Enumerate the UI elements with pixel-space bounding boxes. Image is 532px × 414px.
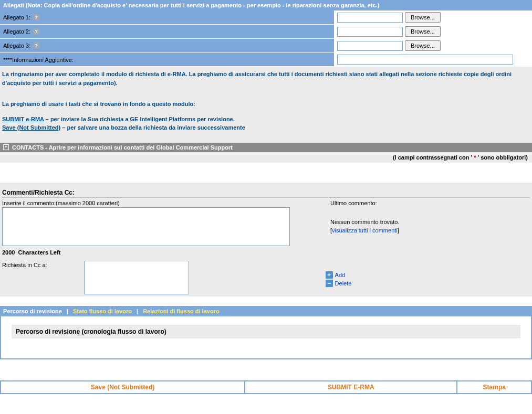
attachment-input-cell-3: Browse... — [334, 39, 532, 52]
label-text: Allegato 1: — [3, 14, 30, 20]
browse-button-2[interactable]: Browse... — [405, 26, 441, 37]
cc-listbox[interactable] — [84, 261, 189, 294]
review-panel-title: Percorso di revisione (cronologia flusso… — [12, 325, 520, 338]
minus-icon[interactable]: − — [326, 280, 333, 287]
browse-button-1[interactable]: Browse... — [405, 12, 441, 23]
attachment-label-1: Allegato 1: ? — [0, 10, 334, 24]
delete-cc-link[interactable]: Delete — [335, 280, 352, 286]
delete-cc-row: −Delete — [326, 280, 352, 287]
view-all-comments-link[interactable]: visualizza tutti i commenti — [332, 227, 398, 233]
help-icon[interactable]: ? — [33, 42, 40, 49]
chars-label-text: Characters Left — [18, 249, 61, 256]
attachment-input-cell-2: Browse... — [334, 25, 532, 38]
save-desc: – per salvare una bozza della richiesta … — [60, 124, 245, 131]
req-pre: (I campi contrassegnati con ' — [393, 154, 474, 161]
additional-info-row: ****Informazioni Aggiuntive: — [0, 53, 532, 67]
comments-section: Commenti/Richiesta Cc: Inserire il comme… — [0, 183, 532, 296]
submit-erma-link[interactable]: SUBMIT e-RMA — [2, 116, 44, 122]
chars-count: 2000 — [2, 249, 15, 256]
footer-save-button[interactable]: Save (Not Submitted) — [91, 384, 154, 391]
add-cc-row: +Add — [326, 271, 352, 279]
contacts-header-bar: + CONTACTS - Aprire per informazioni sui… — [0, 143, 532, 152]
workflow-tabs: Percorso di revisione | Stato flusso di … — [0, 306, 532, 316]
tab-workflow-relations[interactable]: Relazioni di flusso di lavoro — [143, 308, 219, 314]
review-panel: Percorso di revisione (cronologia flusso… — [0, 316, 532, 359]
submit-desc: – per inviare la Sua richiesta a GE Inte… — [44, 116, 235, 122]
contacts-title: CONTACTS - Aprire per informazioni sui c… — [12, 144, 233, 151]
thankyou-text: La ringraziamo per aver completato il mo… — [2, 70, 530, 87]
cc-label: Richiesta in Cc a: — [2, 261, 47, 269]
attachment-row-2: Allegato 2: ? Browse... — [0, 25, 532, 39]
help-icon[interactable]: ? — [33, 28, 40, 35]
label-text: ****Informazioni Aggiuntive: — [3, 57, 74, 63]
no-comment-text: Nessun commento trovato. — [330, 218, 530, 226]
expand-icon[interactable]: + — [3, 144, 9, 150]
enter-comment-label: Inserire il commento:(massimo 2000 carat… — [2, 199, 309, 207]
save-instruction: Save (Not Submitted) – per salvare una b… — [2, 123, 530, 132]
browse-button-3[interactable]: Browse... — [405, 40, 441, 51]
comments-title: Commenti/Richiesta Cc: — [2, 187, 530, 198]
file-path-input-1[interactable] — [337, 13, 403, 23]
save-draft-link[interactable]: Save (Not Submitted) — [2, 124, 60, 131]
footer-actions: Save (Not Submitted) SUBMIT E-RMA Stampa — [0, 380, 532, 394]
additional-info-cell — [334, 53, 532, 66]
additional-info-input[interactable] — [337, 55, 513, 65]
comment-textarea[interactable] — [2, 207, 290, 246]
plus-icon[interactable]: + — [326, 271, 333, 279]
attachment-label-2: Allegato 2: ? — [0, 25, 334, 38]
tab-workflow-state[interactable]: Stato flusso di lavoro — [73, 308, 132, 314]
label-text: Allegato 3: — [3, 43, 30, 49]
attachment-input-cell-1: Browse... — [334, 10, 532, 24]
file-path-input-2[interactable] — [337, 27, 403, 37]
tab-review-path[interactable]: Percorso di revisione — [3, 308, 62, 314]
attachment-row-3: Allegato 3: ? Browse... — [0, 39, 532, 53]
tab-separator: | — [137, 308, 138, 314]
add-cc-link[interactable]: Add — [335, 272, 346, 278]
view-all-wrapper: [visualizza tutti i commenti] — [330, 226, 530, 235]
label-text: Allegato 2: — [3, 28, 30, 35]
use-buttons-text: La preghiamo di usare i tasti che si tro… — [2, 100, 530, 109]
submit-instruction: SUBMIT e-RMA – per inviare la Sua richie… — [2, 115, 530, 124]
req-post: ' sono obbligatori) — [476, 154, 528, 161]
file-path-input-3[interactable] — [337, 41, 403, 51]
tab-separator: | — [67, 308, 68, 314]
instructions-section: La ringraziamo per aver completato il mo… — [0, 67, 532, 143]
footer-submit-button[interactable]: SUBMIT E-RMA — [328, 384, 374, 391]
last-comment-label: Ultimo commento: — [330, 199, 530, 207]
required-fields-note: (I campi contrassegnati con ' * ' sono o… — [0, 152, 532, 163]
chars-left: 2000 Characters Left — [2, 247, 309, 258]
attachments-header: Allegati (Nota: Copia dell'ordine d'acqu… — [0, 0, 532, 10]
footer-print-button[interactable]: Stampa — [483, 384, 506, 391]
attachment-row-1: Allegato 1: ? Browse... — [0, 10, 532, 25]
help-icon[interactable]: ? — [33, 14, 40, 21]
attachment-label-3: Allegato 3: ? — [0, 39, 334, 52]
additional-info-label: ****Informazioni Aggiuntive: — [0, 53, 334, 66]
